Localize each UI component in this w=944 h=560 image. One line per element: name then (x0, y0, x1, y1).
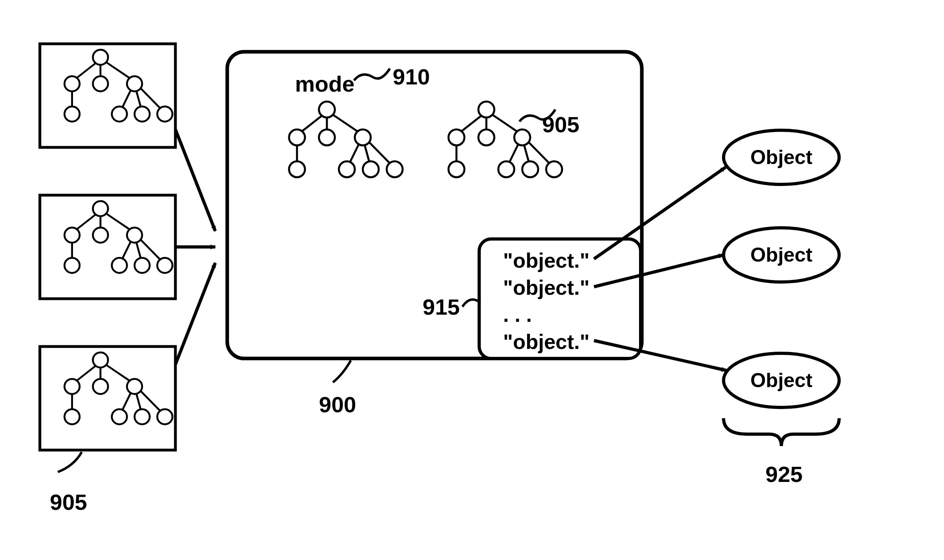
brace-icon (724, 418, 839, 446)
svg-line-17 (175, 263, 215, 364)
svg-line-15 (175, 129, 215, 231)
left-to-main-arrows (175, 129, 215, 364)
ref-label: 900 (319, 392, 356, 417)
list-item: "object." (503, 330, 590, 353)
object-label: Object (750, 369, 812, 392)
output-objects: Object Object Object (724, 130, 839, 407)
ref-left-905: 905 (50, 452, 87, 515)
ref-label: 925 (765, 462, 802, 487)
ref-label: 910 (393, 64, 430, 89)
list-item: "object." (503, 249, 590, 272)
ref-label: 905 (542, 112, 579, 137)
object-label: Object (750, 244, 812, 266)
left-tree-panels (40, 44, 175, 450)
ref-label: 915 (423, 294, 460, 319)
squiggle-icon (333, 360, 351, 382)
list-item: . . . (503, 303, 532, 326)
ref-label: 905 (50, 490, 87, 515)
mode-label: mode (295, 71, 354, 96)
list-item: "object." (503, 276, 590, 299)
diagram-root: 905 mode 910 905 "object." "object." . .… (0, 0, 944, 560)
object-label: Object (750, 146, 812, 168)
